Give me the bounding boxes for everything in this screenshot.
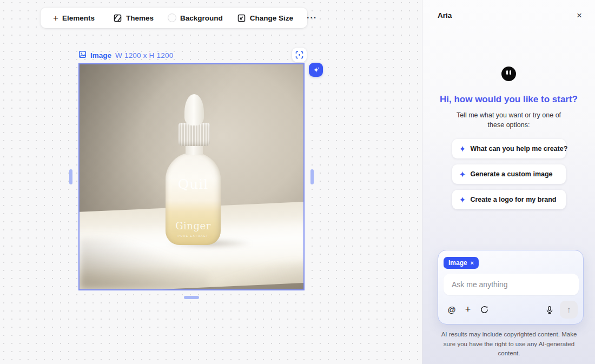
- suggestion-label: Generate a custom image: [470, 170, 552, 178]
- design-canvas[interactable]: + Elements Themes Background: [0, 0, 422, 364]
- assistant-greeting: Hi, how would you like to start?: [440, 94, 578, 105]
- suggestion-what-can-you-create[interactable]: ✦ What can you help me create?: [452, 139, 566, 158]
- ai-tools-icon[interactable]: [476, 302, 492, 318]
- send-button[interactable]: ↑: [560, 301, 578, 319]
- avatar-eye-left: [506, 70, 508, 75]
- chat-composer: Image × @ + ↑: [438, 250, 584, 325]
- sparkle-icon: ✦: [460, 196, 466, 204]
- panel-header: Aria ×: [422, 0, 595, 20]
- chip-remove-icon[interactable]: ×: [471, 260, 474, 266]
- bottle-variant-text: Ginger: [166, 220, 221, 231]
- avatar-eye-right: [510, 70, 511, 75]
- bottle-brand-text: Quil: [166, 176, 221, 192]
- suggestion-generate-custom-image[interactable]: ✦ Generate a custom image: [452, 164, 566, 184]
- dropper-bottle-neck: [186, 144, 203, 155]
- selected-image-element[interactable]: Quil Ginger Pure Extract: [78, 63, 305, 290]
- dropper-bottle-cap: [178, 123, 210, 146]
- send-arrow-icon: ↑: [567, 305, 571, 315]
- ask-me-anything-input[interactable]: [444, 274, 579, 295]
- suggestion-list: ✦ What can you help me create? ✦ Generat…: [452, 139, 566, 209]
- change-size-button[interactable]: Change Size: [230, 8, 300, 28]
- change-size-icon: [237, 14, 246, 23]
- selection-size-label: W 1200 x H 1200: [115, 51, 173, 59]
- mention-icon[interactable]: @: [444, 302, 460, 318]
- sparkle-icon: ✦: [460, 145, 466, 153]
- product-photo: Quil Ginger Pure Extract: [80, 64, 303, 289]
- themes-button[interactable]: Themes: [106, 8, 161, 28]
- canvas-toolbar: + Elements Themes Background: [41, 8, 307, 28]
- background-button[interactable]: Background: [161, 8, 230, 28]
- sparkle-icon: ✦: [460, 170, 466, 178]
- selection-label: Image W 1200 x H 1200: [78, 50, 173, 60]
- themes-icon: [113, 14, 122, 23]
- dropper-bottle-bulb: [184, 94, 204, 125]
- aria-assistant-panel: Aria × Hi, how would you like to start? …: [422, 0, 595, 364]
- composer-toolbar: @ + ↑: [444, 301, 578, 319]
- change-size-label: Change Size: [250, 14, 293, 22]
- resize-handle-left[interactable]: [69, 169, 72, 184]
- focus-crop-button[interactable]: [292, 48, 307, 62]
- panel-title: Aria: [438, 11, 452, 19]
- assistant-intro: Hi, how would you like to start? Tell me…: [422, 67, 595, 209]
- suggestion-create-logo[interactable]: ✦ Create a logo for my brand: [452, 190, 566, 209]
- image-context-chip[interactable]: Image ×: [444, 257, 479, 269]
- ai-edit-button[interactable]: [309, 63, 323, 77]
- ai-sparkle-icon: [312, 66, 320, 74]
- resize-handle-right[interactable]: [310, 169, 314, 184]
- image-type-icon: [78, 50, 87, 60]
- attach-plus-icon[interactable]: +: [460, 302, 476, 318]
- focus-icon: [295, 51, 303, 59]
- assistant-subtitle: Tell me what you want or try one of thes…: [448, 110, 570, 130]
- bottle-subtext: Pure Extract: [166, 234, 221, 237]
- add-elements-button[interactable]: + Elements: [46, 8, 102, 28]
- plus-icon: +: [53, 14, 58, 23]
- suggestion-label: What can you help me create?: [470, 145, 567, 153]
- resize-handle-bottom[interactable]: [184, 296, 199, 299]
- background-circle-icon: [168, 14, 176, 22]
- aria-avatar: [501, 67, 516, 81]
- background-label: Background: [180, 14, 223, 22]
- close-icon[interactable]: ×: [577, 11, 582, 20]
- themes-label: Themes: [126, 14, 154, 22]
- microphone-icon[interactable]: [541, 302, 558, 318]
- ai-disclaimer: AI results may include copyrighted conte…: [434, 330, 584, 358]
- chip-label: Image: [448, 259, 467, 267]
- photo-floor-shadow-right: [214, 263, 303, 289]
- selection-type-label: Image: [90, 51, 111, 59]
- suggestion-label: Create a logo for my brand: [470, 196, 556, 203]
- add-elements-label: Elements: [62, 14, 95, 22]
- toolbar-more-button[interactable]: ···: [300, 13, 323, 23]
